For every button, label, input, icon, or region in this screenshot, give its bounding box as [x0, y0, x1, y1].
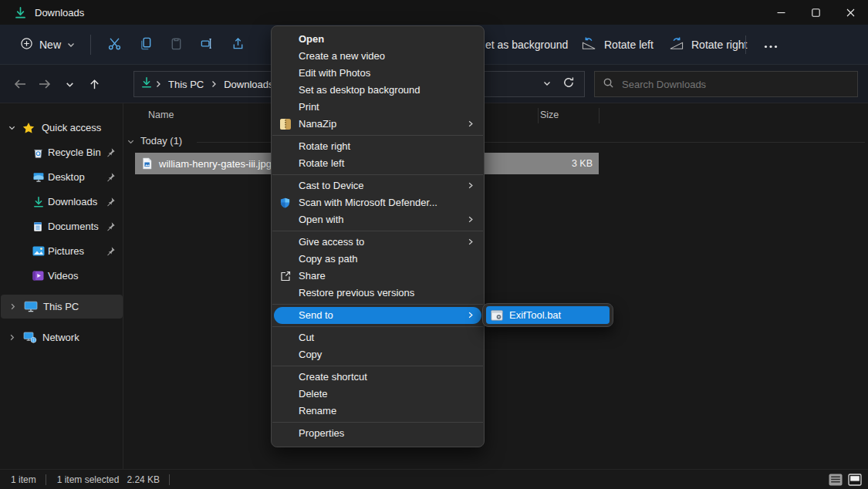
chevron-down-icon[interactable]: [8, 123, 16, 132]
share-icon: [231, 36, 245, 54]
submenu-item-exiftool[interactable]: ExifTool.bat: [486, 306, 610, 324]
address-dropdown-icon[interactable]: [542, 77, 552, 91]
sidebar-item-videos[interactable]: Videos: [0, 264, 122, 288]
breadcrumb-downloads[interactable]: Downloads: [219, 79, 278, 90]
maximize-button[interactable]: [799, 0, 833, 25]
breadcrumb-chevron-icon: [208, 80, 219, 88]
menu-item-open[interactable]: Open: [272, 31, 484, 48]
defender-shield-icon: [279, 197, 291, 209]
sidebar-item-this-pc[interactable]: This PC: [1, 295, 123, 319]
refresh-icon[interactable]: [562, 76, 575, 92]
file-explorer-window: Downloads New: [0, 0, 868, 489]
column-divider[interactable]: [538, 108, 539, 123]
search-input[interactable]: [622, 79, 822, 90]
sidebar-item-documents[interactable]: Documents: [0, 214, 122, 238]
ellipsis-icon: [764, 38, 778, 52]
up-button[interactable]: [82, 72, 106, 96]
back-button[interactable]: [8, 72, 32, 96]
sidebar-item-label: This PC: [43, 301, 79, 312]
rotate-left-label: Rotate left: [604, 39, 654, 51]
menu-item-copy-as-path[interactable]: Copy as path: [272, 251, 484, 268]
recycle-bin-icon: [32, 147, 44, 159]
submenu-chevron-icon: [467, 236, 475, 248]
copy-button[interactable]: [130, 31, 160, 59]
this-pc-icon: [24, 301, 38, 312]
downloads-folder-icon: [14, 6, 27, 19]
recent-locations-button[interactable]: [57, 72, 82, 96]
rotate-left-button[interactable]: Rotate left: [581, 25, 654, 65]
column-header-size[interactable]: Size: [540, 110, 559, 120]
menu-item-edit-with-photos[interactable]: Edit with Photos: [272, 65, 484, 82]
rotate-right-button[interactable]: Rotate right: [668, 25, 747, 65]
menu-item-rotate-left[interactable]: Rotate left: [272, 155, 484, 172]
file-name: william-henry-gates-iii.jpg: [159, 158, 272, 170]
menu-item-properties[interactable]: Properties: [272, 425, 484, 442]
group-header-today[interactable]: Today (1): [140, 135, 182, 147]
menu-item-send-to[interactable]: Send to: [274, 307, 481, 324]
menu-item-set-as-desktop-background[interactable]: Set as desktop background: [272, 82, 484, 99]
menu-item-give-access-to[interactable]: Give access to: [272, 234, 484, 251]
breadcrumb-this-pc[interactable]: This PC: [164, 79, 208, 90]
menu-separator: [272, 135, 483, 136]
menu-item-open-with[interactable]: Open with: [272, 211, 484, 228]
new-button[interactable]: New: [12, 32, 83, 57]
menu-item-cast-to-device[interactable]: Cast to Device: [272, 177, 484, 194]
share-button[interactable]: [222, 31, 253, 59]
menu-item-share[interactable]: Share: [272, 268, 484, 285]
sidebar-item-label: Network: [42, 332, 79, 343]
sidebar-item-downloads[interactable]: Downloads: [0, 190, 122, 214]
sidebar-item-quick-access[interactable]: Quick access: [0, 116, 122, 140]
menu-item-rotate-right[interactable]: Rotate right: [272, 138, 484, 155]
menu-item-create-new-video[interactable]: Create a new video: [272, 48, 484, 65]
menu-separator: [272, 422, 483, 423]
details-view-button[interactable]: [828, 473, 843, 486]
sidebar-item-label: Desktop: [48, 171, 85, 183]
share-icon: [279, 270, 292, 282]
forward-button[interactable]: [32, 72, 57, 96]
large-icons-view-button[interactable]: [847, 473, 863, 486]
menu-item-create-shortcut[interactable]: Create shortcut: [272, 369, 484, 386]
column-divider[interactable]: [599, 108, 599, 123]
menu-item-rename[interactable]: Rename: [272, 403, 484, 420]
search-box[interactable]: [594, 71, 858, 97]
sidebar-item-network[interactable]: Network: [0, 325, 122, 349]
menu-item-print[interactable]: Print: [272, 99, 484, 116]
plus-circle-icon: [20, 37, 33, 52]
sidebar-item-label: Videos: [48, 270, 79, 282]
menu-separator: [272, 174, 483, 175]
chevron-down-icon: [67, 39, 75, 51]
pin-icon: [106, 221, 116, 231]
close-button[interactable]: [833, 0, 868, 25]
menu-item-cut[interactable]: Cut: [272, 329, 484, 346]
paste-button[interactable]: [160, 31, 191, 59]
menu-item-restore-previous-versions[interactable]: Restore previous versions: [272, 285, 484, 302]
file-list-pane: Name Size Today (1) william-henry-gates-…: [124, 103, 868, 469]
see-more-button[interactable]: [758, 35, 784, 54]
submenu-item-label: ExifTool.bat: [509, 309, 561, 321]
sidebar-item-label: Recycle Bin: [48, 147, 101, 158]
sidebar-item-pictures[interactable]: Pictures: [0, 239, 122, 263]
menu-item-nanazip[interactable]: NanaZip: [272, 116, 484, 133]
sidebar-item-recycle-bin[interactable]: Recycle Bin: [0, 140, 122, 164]
column-header-name[interactable]: Name: [148, 110, 174, 120]
menu-item-scan-with-defender[interactable]: Scan with Microsoft Defender...: [272, 194, 484, 211]
minimize-button[interactable]: [764, 0, 799, 25]
group-collapse-chevron-icon[interactable]: [127, 137, 135, 148]
rename-icon: [200, 36, 214, 54]
menu-item-copy[interactable]: Copy: [272, 346, 484, 363]
title-bar: Downloads: [0, 0, 868, 25]
rename-button[interactable]: [191, 31, 222, 59]
send-to-submenu: ExifTool.bat: [482, 303, 613, 327]
cut-button[interactable]: [99, 31, 130, 59]
chevron-right-icon[interactable]: [8, 302, 17, 311]
set-as-background-button[interactable]: et as background: [485, 25, 568, 65]
sidebar-item-desktop[interactable]: Desktop: [0, 165, 122, 189]
menu-separator: [272, 326, 483, 327]
menu-item-delete[interactable]: Delete: [272, 386, 484, 403]
chevron-right-icon[interactable]: [8, 333, 16, 342]
pictures-icon: [32, 246, 45, 256]
downloads-folder-icon: [140, 76, 153, 92]
status-divider: [169, 474, 170, 485]
jpg-file-icon: [141, 157, 153, 170]
desktop-icon: [32, 171, 45, 183]
